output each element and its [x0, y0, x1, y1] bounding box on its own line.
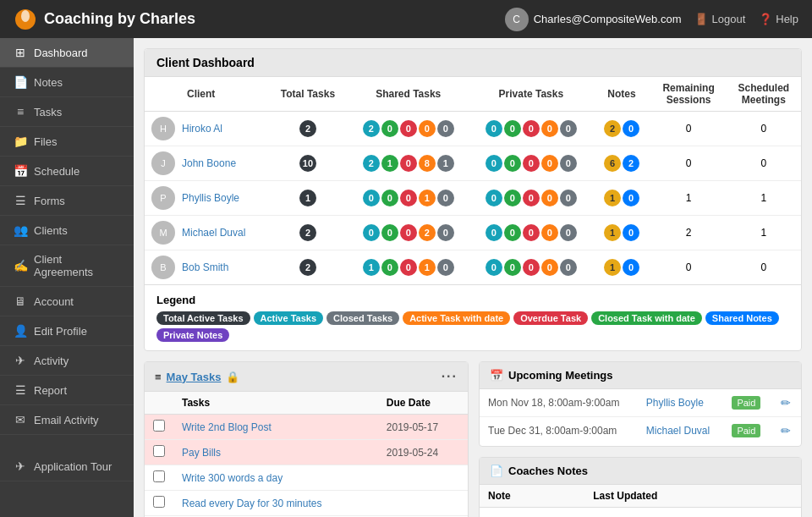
logout-button[interactable]: 🚪 Logout: [694, 13, 745, 25]
sidebar-item-email-activity[interactable]: ✉ Email Activity: [0, 405, 134, 435]
legend-active-task-date: Active Task with date: [403, 311, 510, 325]
may-tasks-header-left: ≡ May Tasks 🔒: [155, 371, 239, 383]
meeting-edit-icon[interactable]: ✏: [781, 396, 791, 410]
forms-icon: ☰: [14, 194, 27, 207]
badge-dark: 2: [299, 259, 316, 276]
badge-cell: 21081: [347, 146, 469, 181]
meeting-edit-cell: ✏: [772, 389, 801, 417]
main-layout: ⊞ Dashboard 📄 Notes ≡ Tasks 📁 Files 📅 Sc…: [0, 38, 812, 517]
meeting-client-link[interactable]: Michael Duval: [646, 425, 710, 437]
task-name-link[interactable]: Read every Day for 30 minutes: [182, 498, 321, 509]
sidebar-item-client-agreements[interactable]: ✍ Client Agreements: [0, 245, 134, 287]
remaining-sessions-cell: 1: [651, 181, 727, 216]
legend-active-tasks: Active Tasks: [254, 311, 323, 325]
task-checkbox[interactable]: [153, 496, 165, 508]
meeting-client-cell: Phyllis Boyle: [638, 389, 724, 417]
badge-red: 0: [400, 155, 417, 172]
upcoming-meetings-title: Upcoming Meetings: [508, 369, 613, 382]
help-button[interactable]: ❓ Help: [759, 13, 798, 25]
app-tour-icon: ✈: [14, 459, 27, 473]
account-icon: 🖥: [14, 294, 27, 308]
meetings-table: Mon Nov 18, 8:00am-9:00amPhyllis BoylePa…: [480, 389, 801, 444]
sidebar-item-forms[interactable]: ☰ Forms: [0, 186, 134, 216]
sidebar-item-clients[interactable]: 👥 Clients: [0, 216, 134, 245]
total-tasks-cell: 2: [269, 216, 347, 250]
badge-green: 0: [504, 259, 521, 276]
badge-teal: 0: [486, 224, 502, 241]
client-name-link[interactable]: Michael Duval: [182, 227, 245, 239]
topbar-right: C Charles@CompositeWeb.com 🚪 Logout ❓ He…: [505, 8, 798, 31]
notes-icon: 📄: [14, 75, 27, 89]
may-tasks-header: ≡ May Tasks 🔒 ···: [145, 362, 468, 392]
coaches-notes-header-left: 📄 Coaches Notes: [490, 465, 588, 477]
client-name-link[interactable]: Bob Smith: [182, 261, 228, 273]
sidebar-item-dashboard[interactable]: ⊞ Dashboard: [0, 38, 134, 68]
may-tasks-title[interactable]: May Tasks: [167, 371, 222, 383]
may-tasks-panel: ≡ May Tasks 🔒 ··· Tasks Due Date: [144, 361, 469, 517]
task-checkbox[interactable]: [153, 445, 165, 457]
meeting-date-cell: Mon Nov 18, 8:00am-9:00am: [480, 389, 638, 417]
tasks-more-button[interactable]: ···: [442, 369, 458, 384]
avatar: C: [505, 8, 529, 31]
svg-point-1: [21, 10, 30, 22]
task-name-link[interactable]: Write 2nd Blog Post: [182, 421, 272, 433]
sidebar-label-account: Account: [34, 295, 74, 308]
client-name-link[interactable]: Hiroko Al: [182, 123, 222, 135]
task-due-date-cell: 2019-05-17: [378, 415, 468, 440]
logo: Coaching by Charles: [14, 8, 195, 31]
legend-badges: Total Active Tasks Active Tasks Closed T…: [156, 311, 789, 342]
badge-green: 0: [504, 120, 521, 137]
sidebar-item-report[interactable]: ☰ Report: [0, 376, 134, 405]
legend-private-notes: Private Notes: [156, 328, 229, 342]
lock-icon: 🔒: [226, 371, 239, 383]
coaches-notes-panel: 📄 Coaches Notes Note Last Updated: [479, 457, 802, 517]
notes-table: Note Last Updated: [480, 485, 801, 508]
badge-gray: 1: [437, 155, 454, 172]
meeting-client-link[interactable]: Phyllis Boyle: [646, 397, 704, 409]
client-avatar: M: [151, 221, 175, 245]
badge-gray: 0: [560, 120, 577, 137]
client-avatar: B: [151, 256, 175, 279]
badge-blue: 2: [623, 155, 639, 172]
legend-overdue-task: Overdue Task: [513, 311, 588, 325]
meeting-edit-icon[interactable]: ✏: [781, 424, 791, 437]
task-checkbox[interactable]: [153, 420, 165, 432]
sidebar-item-account[interactable]: 🖥 Account: [0, 287, 134, 316]
badge-green: 0: [381, 224, 398, 241]
badge-red: 0: [400, 259, 417, 276]
col-check: [145, 392, 173, 415]
col-notes: Notes: [592, 77, 650, 112]
table-row: HHiroko Al220000000002000: [145, 112, 801, 146]
meeting-client-cell: Michael Duval: [638, 417, 724, 445]
client-name-link[interactable]: Phyllis Boyle: [182, 192, 239, 204]
scheduled-meetings-cell: 0: [727, 146, 801, 181]
sidebar-item-tasks[interactable]: ≡ Tasks: [0, 97, 134, 127]
badge-teal: 0: [486, 259, 502, 276]
table-row: JJohn Boone1021081000006200: [145, 146, 801, 181]
badge-gray: 0: [560, 190, 577, 206]
badge-teal: 0: [363, 190, 380, 206]
badge-cell: 00000: [469, 181, 592, 216]
task-row: Write 300 words a day: [145, 465, 468, 491]
badge-green: 0: [504, 155, 521, 172]
task-name-link[interactable]: Write 300 words a day: [182, 472, 283, 484]
client-avatar: H: [151, 117, 175, 140]
task-check-cell: [145, 440, 173, 465]
client-name-link[interactable]: John Boone: [182, 157, 236, 169]
dashboard-icon: ⊞: [14, 46, 27, 59]
sidebar-item-notes[interactable]: 📄 Notes: [0, 68, 134, 97]
sidebar-item-activity[interactable]: ✈ Activity: [0, 346, 134, 376]
client-name-cell: BBob Smith: [145, 250, 269, 285]
sidebar-item-files[interactable]: 📁 Files: [0, 127, 134, 157]
task-name-link[interactable]: Pay Bills: [182, 447, 221, 459]
sidebar-item-edit-profile[interactable]: 👤 Edit Profile: [0, 316, 134, 346]
edit-profile-icon: 👤: [14, 324, 27, 338]
legend-shared-notes: Shared Notes: [705, 311, 779, 325]
task-checkbox[interactable]: [153, 470, 165, 482]
total-tasks-cell: 10: [269, 146, 347, 181]
bottom-panels: ≡ May Tasks 🔒 ··· Tasks Due Date: [144, 361, 802, 517]
badge-green: 0: [381, 259, 398, 276]
sidebar-item-application-tour[interactable]: ✈ Application Tour: [0, 452, 134, 481]
sidebar-item-schedule[interactable]: 📅 Schedule: [0, 157, 134, 186]
files-icon: 📁: [14, 135, 27, 148]
